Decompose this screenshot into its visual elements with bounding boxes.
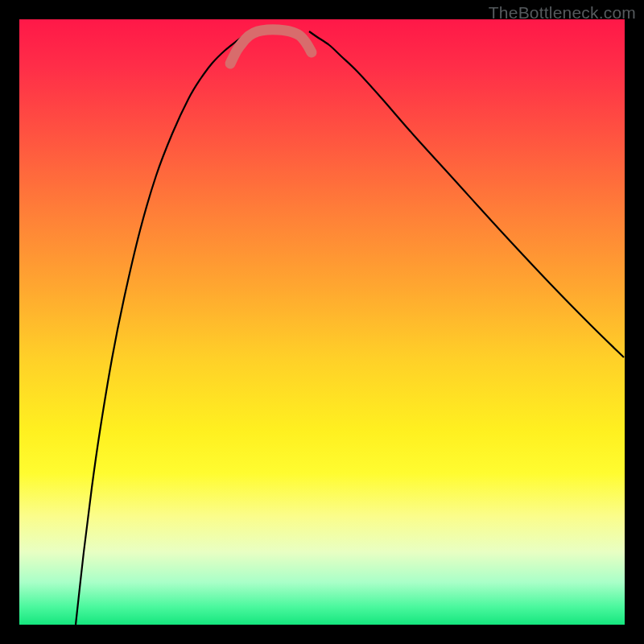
series-group (76, 30, 624, 625)
series-right-curve (309, 31, 624, 357)
plot-area (19, 19, 625, 625)
series-left-curve (76, 31, 253, 625)
watermark-text: TheBottleneck.com (489, 3, 636, 23)
series-bottom-band (230, 30, 312, 64)
chart-svg (19, 19, 625, 625)
chart-stage: TheBottleneck.com (0, 0, 644, 644)
